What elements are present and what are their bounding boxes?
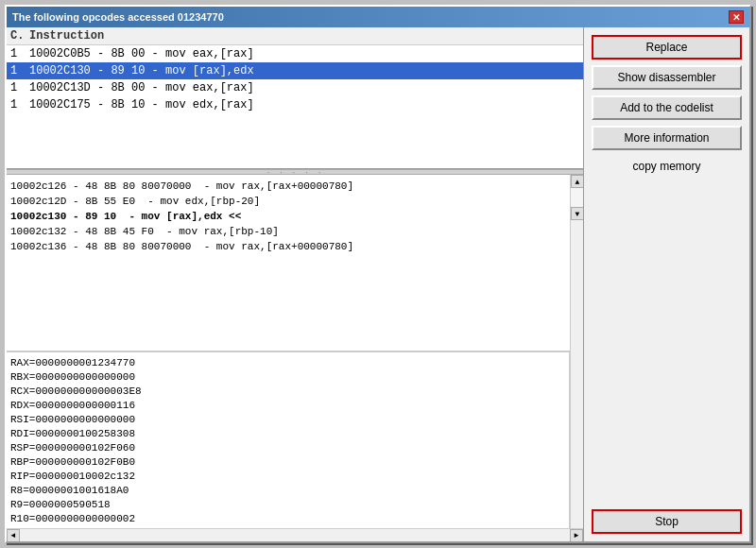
row-inst-1: 10002C130 - 89 10 - mov [rax],edx bbox=[29, 64, 579, 77]
show-disassembler-button[interactable]: Show disassembler bbox=[592, 65, 742, 90]
close-button[interactable]: ✕ bbox=[729, 10, 744, 24]
code-line-1: 10002c12D - 8B 55 E0 - mov edx,[rbp-20] bbox=[10, 194, 566, 209]
left-panel: C. Instruction 1 10002C0B5 - 8B 00 - mov… bbox=[7, 27, 584, 541]
row-c-0: 1 bbox=[10, 47, 29, 60]
table-row[interactable]: 1 10002C175 - 8B 10 - mov edx,[rax] bbox=[7, 96, 583, 113]
reg-rbp: RBP=000000000102F0B0 bbox=[10, 455, 565, 470]
scroll-left-button[interactable]: ◄ bbox=[7, 529, 20, 542]
more-information-button[interactable]: More information bbox=[592, 126, 742, 150]
lower-panels: 10002c126 - 48 8B 80 80070000 - mov rax,… bbox=[7, 175, 583, 528]
code-line-4: 10002c136 - 48 8B 80 80070000 - mov rax,… bbox=[10, 239, 566, 254]
code-panel[interactable]: 10002c126 - 48 8B 80 80070000 - mov rax,… bbox=[7, 175, 570, 351]
title-bar: The following opcodes accessed 01234770 … bbox=[7, 7, 749, 27]
right-panel: Replace Show disassembler Add to the cod… bbox=[584, 27, 749, 541]
replace-button[interactable]: Replace bbox=[592, 35, 742, 60]
copy-memory-button[interactable]: copy memory bbox=[592, 156, 742, 177]
reg-rsi: RSI=0000000000000000 bbox=[10, 413, 565, 427]
reg-r9: R9=0000000590518 bbox=[10, 498, 565, 512]
code-line-2: 10002c130 - 89 10 - mov [rax],edx << bbox=[10, 209, 566, 224]
reg-rdx: RDX=0000000000000116 bbox=[10, 399, 565, 413]
table-header: C. Instruction bbox=[7, 27, 583, 45]
scroll-down-button[interactable]: ▼ bbox=[571, 207, 583, 220]
reg-rcx: RCX=000000000000003E8 bbox=[10, 385, 565, 399]
lower-section: · · · · · 10002c126 - 48 8B 80 80070000 … bbox=[7, 169, 583, 541]
spacer bbox=[592, 182, 742, 504]
table-row-selected[interactable]: 1 10002C130 - 89 10 - mov [rax],edx bbox=[7, 62, 583, 79]
col-instruction-header: Instruction bbox=[29, 29, 579, 43]
registers-panel[interactable]: RAX=0000000001234770 RBX=000000000000000… bbox=[7, 352, 570, 528]
instruction-table: C. Instruction 1 10002C0B5 - 8B 00 - mov… bbox=[7, 27, 583, 169]
scroll-up-button[interactable]: ▲ bbox=[571, 175, 583, 188]
reg-rdi: RDI=0000000100258308 bbox=[10, 427, 565, 441]
reg-rsp: RSP=000000000102F060 bbox=[10, 441, 565, 455]
row-c-3: 1 bbox=[10, 98, 29, 111]
scroll-down-icon: ▼ bbox=[576, 210, 580, 218]
code-line-0: 10002c126 - 48 8B 80 80070000 - mov rax,… bbox=[10, 179, 566, 194]
content-area: C. Instruction 1 10002C0B5 - 8B 00 - mov… bbox=[7, 27, 749, 541]
reg-r8: R8=00000001001618A0 bbox=[10, 484, 565, 498]
row-inst-3: 10002C175 - 8B 10 - mov edx,[rax] bbox=[29, 98, 579, 111]
reg-rip: RIP=000000010002c132 bbox=[10, 470, 565, 484]
row-inst-2: 10002C13D - 8B 00 - mov eax,[rax] bbox=[29, 81, 579, 94]
scrollbar-vertical[interactable]: ▲ ▼ bbox=[570, 175, 583, 528]
code-registers-area: 10002c126 - 48 8B 80 80070000 - mov rax,… bbox=[7, 175, 570, 528]
scroll-up-icon: ▲ bbox=[576, 178, 580, 186]
scroll-track[interactable] bbox=[571, 188, 583, 207]
row-c-1: 1 bbox=[10, 64, 29, 77]
table-row[interactable]: 1 10002C0B5 - 8B 00 - mov eax,[rax] bbox=[7, 45, 583, 62]
window-title: The following opcodes accessed 01234770 bbox=[12, 11, 224, 23]
reg-rbx: RBX=0000000000000000 bbox=[10, 370, 565, 385]
stop-button[interactable]: Stop bbox=[592, 509, 742, 534]
add-to-codelist-button[interactable]: Add to the codelist bbox=[592, 95, 742, 120]
reg-rax: RAX=0000000001234770 bbox=[10, 356, 565, 370]
scroll-right-button[interactable]: ► bbox=[570, 529, 583, 542]
code-line-3: 10002c132 - 48 8B 45 F0 - mov rax,[rbp-1… bbox=[10, 224, 566, 239]
row-inst-0: 10002C0B5 - 8B 00 - mov eax,[rax] bbox=[29, 47, 579, 60]
main-window: The following opcodes accessed 01234770 … bbox=[5, 5, 751, 543]
col-c-header: C. bbox=[10, 29, 29, 43]
row-c-2: 1 bbox=[10, 81, 29, 94]
table-row[interactable]: 1 10002C13D - 8B 00 - mov eax,[rax] bbox=[7, 79, 583, 96]
horizontal-scrollbar[interactable]: ◄ ► bbox=[7, 528, 583, 541]
scroll-right-icon: ► bbox=[575, 531, 579, 539]
scroll-left-icon: ◄ bbox=[11, 531, 16, 539]
reg-r10: R10=0000000000000002 bbox=[10, 512, 565, 526]
